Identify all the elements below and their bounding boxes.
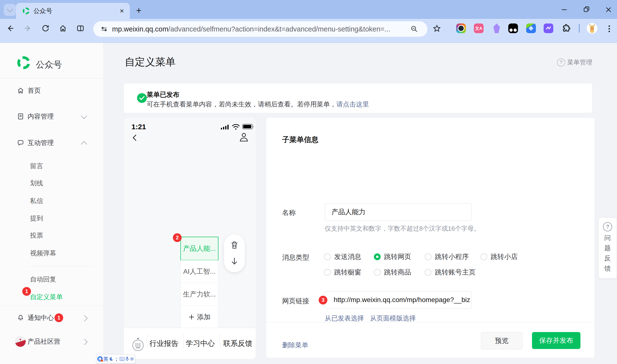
name-input-value: 产品人能力 — [332, 208, 365, 217]
main-menu-item-1[interactable]: 行业报告 — [147, 328, 181, 359]
radio-option[interactable]: 跳转小店 — [481, 252, 518, 261]
notice-stop-link[interactable]: 请点击这里 — [336, 101, 369, 108]
subitem-label: 私信 — [30, 196, 43, 205]
phone-profile-icon[interactable] — [239, 132, 249, 143]
screenshot-root: 公众号 × + mp.weixin.qq.com/advanced/selfme… — [0, 0, 617, 364]
radio-option[interactable]: 跳转橱窗 — [324, 268, 361, 277]
sidebar-item-label: 互动管理 — [27, 138, 54, 147]
forward-button[interactable] — [24, 24, 32, 33]
notice-body-text: 可在手机查看菜单内容，若尚未生效，请稍后查看。若停用菜单， — [147, 101, 336, 108]
save-publish-button[interactable]: 保存并发布 — [532, 332, 580, 349]
sidebar-item-interact-mgmt[interactable]: 互动管理 — [0, 136, 103, 150]
browser-menu-kebab-icon[interactable] — [606, 24, 612, 33]
radio-option[interactable]: 跳转小程序 — [425, 252, 469, 261]
radio-option[interactable]: 跳转账号主页 — [425, 268, 476, 277]
radio-option[interactable]: 发送消息 — [324, 252, 361, 261]
home-button[interactable] — [59, 24, 67, 33]
preview-button[interactable]: 预览 — [481, 332, 523, 350]
ime-toolbar[interactable]: 搜 英 ； — [96, 354, 135, 364]
radio-label: 跳转小店 — [491, 252, 518, 261]
radio-icon[interactable] — [324, 269, 331, 276]
pick-template-link[interactable]: 从页面模版选择 — [370, 314, 416, 323]
sidebar-subitem-mentions[interactable]: 提到 — [0, 211, 103, 226]
move-down-icon[interactable] — [229, 256, 239, 266]
profile-avatar[interactable] — [587, 23, 597, 34]
pick-published-link[interactable]: 从已发表选择 — [325, 314, 364, 323]
extensions-puzzle-icon[interactable] — [561, 24, 571, 33]
new-tab-button[interactable]: + — [136, 5, 141, 16]
sidebar-divider-2 — [0, 306, 103, 306]
ime-gear-icon[interactable] — [130, 357, 134, 361]
chevron-down-icon — [81, 113, 87, 119]
ime-mic-icon[interactable] — [125, 356, 129, 361]
sidebar-subitem-private-msg[interactable]: 私信 — [0, 194, 103, 208]
submenu-add-label: 添加 — [197, 312, 211, 322]
name-input[interactable]: 产品人能力 — [325, 203, 471, 221]
radio-icon[interactable] — [425, 269, 431, 276]
radio-checked-icon[interactable] — [374, 253, 381, 260]
reload-button[interactable] — [41, 24, 50, 33]
sidebar-item-label: 产品社区营 — [27, 337, 60, 346]
ime-keyboard-icon[interactable] — [120, 357, 124, 361]
bookmark-star-icon[interactable] — [432, 24, 441, 33]
web-link-input[interactable]: http://mp.weixin.qq.com/mp/homepage?__bi… — [325, 291, 471, 309]
sidebar-item-auto-reply[interactable]: 自动回复 — [0, 272, 103, 286]
sidebar-subitem-underline[interactable]: 划线 — [0, 176, 103, 191]
help-circle-icon: ? — [557, 58, 565, 66]
radio-icon[interactable] — [481, 253, 487, 260]
browser-tab[interactable]: 公众号 × — [16, 3, 130, 19]
camera-extension-icon[interactable] — [456, 24, 466, 33]
browser-tab-strip: 公众号 × + — [0, 0, 617, 19]
sidebar-subitem-video-danmu[interactable]: 视频弹幕 — [0, 246, 103, 260]
submenu-item-selected[interactable]: 产品人能... — [180, 237, 218, 260]
pulse-extension-icon[interactable] — [544, 24, 553, 33]
msg-type-label: 消息类型 — [282, 253, 309, 262]
window-minimize-button[interactable] — [560, 5, 569, 14]
eyes-extension-icon[interactable] — [508, 24, 518, 33]
zoom-out-icon[interactable] — [410, 25, 419, 33]
sidebar-item-custom-menu[interactable]: 自定义菜单 — [0, 290, 103, 304]
delete-menu-link[interactable]: 删除菜单 — [282, 341, 308, 350]
radio-icon[interactable] — [324, 253, 331, 260]
back-button[interactable] — [6, 24, 14, 33]
sidebar-subitem-comments[interactable]: 留言 — [0, 159, 103, 173]
sidebar-item-home[interactable]: 首页 — [0, 83, 103, 98]
submenu-item[interactable]: 生产力软... — [181, 283, 218, 306]
main-menu-item-2[interactable]: 学习中心 — [184, 328, 217, 359]
address-bar[interactable]: mp.weixin.qq.com/advanced/selfmenu?actio… — [93, 21, 427, 37]
sidebar-item-content-mgmt[interactable]: 内容管理 — [0, 109, 103, 124]
site-settings-icon[interactable] — [100, 25, 108, 33]
radio-icon[interactable] — [374, 269, 381, 276]
sidebar-subitem-votes[interactable]: 投票 — [0, 228, 103, 243]
page-title: 自定义菜单 — [125, 55, 175, 69]
window-close-button[interactable] — [604, 5, 613, 14]
phone-back-icon[interactable] — [131, 133, 139, 143]
sidebar-item-community[interactable]: 产品社区营 — [0, 334, 103, 349]
submenu-add-button[interactable]: 添加 — [181, 306, 218, 328]
notify-badge: 1 — [54, 313, 63, 322]
crystal-extension-icon[interactable] — [492, 24, 501, 33]
sidebar-item-notify-center[interactable]: 通知中心 1 — [0, 311, 103, 325]
trash-icon[interactable] — [229, 241, 239, 250]
subitem-label: 留言 — [30, 162, 43, 170]
url-domain: mp.weixin.qq.com — [112, 25, 168, 33]
shield-extension-icon[interactable] — [526, 24, 536, 33]
radio-icon[interactable] — [425, 253, 431, 260]
menu-manage-link[interactable]: ? 菜单管理 — [557, 58, 592, 66]
tab-close-icon[interactable]: × — [120, 7, 124, 15]
translate-extension-icon[interactable]: 文A — [474, 24, 483, 33]
submenu-item[interactable]: AI人工智... — [181, 260, 218, 283]
window-restore-button[interactable] — [582, 5, 591, 14]
url-text: mp.weixin.qq.com/advanced/selfmenu?actio… — [112, 25, 410, 33]
tab-search-button[interactable] — [4, 4, 16, 16]
radio-option-selected[interactable]: 跳转网页 — [374, 252, 411, 261]
radio-label: 跳转橱窗 — [334, 268, 361, 277]
ime-moon-icon[interactable] — [109, 357, 113, 361]
feedback-panel[interactable]: ? 问 题 反 馈 — [599, 218, 617, 278]
main-menu-item-3[interactable]: 联系反馈 — [220, 328, 256, 359]
side-panel-button[interactable] — [76, 24, 85, 33]
radio-option[interactable]: 跳转商品 — [374, 268, 411, 277]
ime-lang-toggle[interactable]: 英 — [103, 356, 108, 361]
ime-punct-toggle[interactable]: ； — [114, 356, 119, 361]
keyboard-toggle-icon[interactable] — [132, 337, 144, 352]
